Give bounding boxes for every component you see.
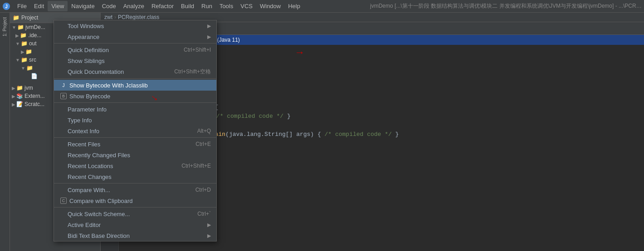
submenu-arrow-bidi-text: ▶ (207, 233, 211, 239)
menu-recent-locations[interactable]: Recent Locations Ctrl+Shift+E (54, 160, 216, 171)
menu-show-bytecode[interactable]: B Show Bytecode (54, 91, 216, 101)
menu-shortcut-quick-switch: Ctrl+` (197, 211, 211, 217)
tree-arrow-idea: ▶ (15, 33, 19, 38)
scratch-icon: 📝 (16, 101, 23, 107)
menu-icon-compare-clipboard: C (59, 198, 68, 204)
menu-shortcut-recent-locations: Ctrl+Shift+E (181, 163, 211, 169)
clipboard-icon: C (60, 198, 67, 204)
menu-shortcut-context-info: Alt+Q (197, 128, 211, 134)
menu-icon-bytecode: B (59, 93, 68, 99)
method-close-10: } (392, 130, 399, 139)
app-logo: J (2, 2, 11, 11)
menu-compare-with[interactable]: Compare With... Ctrl+D (54, 184, 216, 195)
submenu-arrow-appearance: ▶ (207, 34, 211, 40)
menu-file[interactable]: File (14, 1, 30, 11)
menu-sep-1 (54, 43, 216, 43)
menu-label-show-siblings: Show Siblings (68, 58, 211, 64)
sidebar-strip: 1: Project (0, 13, 10, 251)
menu-parameter-info[interactable]: Parameter Info (54, 104, 216, 115)
menu-edit[interactable]: Edit (30, 1, 48, 11)
breadcrumb-file: PCRegister.class (118, 14, 159, 20)
menu-window[interactable]: Window (256, 1, 284, 11)
menu-tool-windows[interactable]: Tool Windows ▶ (54, 20, 216, 31)
menu-label-recent-changes: Recent Changes (68, 174, 211, 180)
menu-label-active-editor: Active Editor (68, 222, 204, 228)
menu-label-quick-documentation: Quick Documentation (68, 68, 165, 75)
menu-shortcut-quick-doc: Ctrl+Shift+空格 (174, 68, 211, 76)
tree-arrow-sub2: ▼ (21, 66, 25, 71)
tree-arrow-src: ▼ (15, 58, 20, 63)
brace-close-8: } (283, 112, 291, 121)
file-icon-sub3: 📄 (31, 73, 38, 79)
menu-label-recent-files: Recent Files (68, 141, 186, 148)
menu-quick-definition[interactable]: Quick Definition Ctrl+Shift+I (54, 44, 216, 55)
view-dropdown-menu: Tool Windows ▶ Appearance ▶ Quick Defini… (54, 20, 217, 241)
menu-active-editor[interactable]: Active Editor ▶ (54, 219, 216, 230)
lib-icon-extern: 📚 (16, 93, 23, 99)
menu-label-tool-windows: Tool Windows (68, 23, 204, 29)
tree-label-scratch: Scratc... (24, 101, 44, 107)
tree-label-idea: .ide... (28, 32, 41, 39)
tree-label-extern: Extern... (24, 93, 45, 99)
tree-arrow-extern: ▶ (12, 94, 15, 99)
window-title: jvmDemo [...\第十一阶段 数据结构算法与调优\模块二 并发编程和系统… (370, 2, 642, 10)
menu-quick-switch[interactable]: Quick Switch Scheme... Ctrl+` (54, 208, 216, 219)
main-area: 1: Project 📁 Project ▼ 📁 jvmDe... ▶ 📁 .i… (0, 13, 644, 251)
tree-label-jvmdemo: jvmDe... (25, 24, 45, 30)
menu-shortcut-quick-definition: Ctrl+Shift+I (184, 47, 211, 53)
folder-icon-out: 📁 (21, 40, 28, 47)
menu-vcs[interactable]: VCS (237, 1, 256, 11)
menu-quick-documentation[interactable]: Quick Documentation Ctrl+Shift+空格 (54, 66, 216, 77)
menu-analyze[interactable]: Analyze (120, 1, 148, 11)
project-header-icon: 📁 (13, 14, 20, 21)
submenu-arrow-tool-windows: ▶ (207, 23, 211, 29)
jclasslib-icon: J (60, 82, 67, 89)
menu-recent-files[interactable]: Recent Files Ctrl+E (54, 139, 216, 150)
menu-sep-5 (54, 183, 216, 183)
sidebar-project-tab[interactable]: 1: Project (2, 14, 7, 39)
menu-sep-4 (54, 137, 216, 138)
comment-compiled-10: /* compiled code */ (325, 130, 392, 139)
menu-sep-6 (54, 207, 216, 208)
menu-tools[interactable]: Tools (216, 1, 237, 11)
menu-recent-changes[interactable]: Recent Changes (54, 171, 216, 182)
menu-appearance[interactable]: Appearance ▶ (54, 31, 216, 42)
menu-shortcut-recent-files: Ctrl+E (195, 141, 211, 147)
breadcrumb-zwt: zwt (104, 14, 112, 20)
menu-type-info[interactable]: Type Info (54, 115, 216, 126)
tree-arrow-out: ▼ (15, 41, 20, 46)
menu-navigate[interactable]: Navigate (68, 1, 98, 11)
menu-label-compare-with: Compare With... (68, 187, 186, 193)
menu-run[interactable]: Run (198, 1, 216, 11)
tree-label-jvm: jvm (24, 85, 33, 91)
menu-label-appearance: Appearance (68, 34, 204, 40)
folder-icon-jvmdemo: 📁 (17, 24, 24, 30)
menu-bidi-text[interactable]: Bidi Text Base Direction ▶ (54, 230, 216, 241)
folder-icon-jvm: 📁 (16, 85, 23, 91)
menu-sep-3 (54, 102, 216, 103)
menu-build[interactable]: Build (177, 1, 198, 11)
menu-shortcut-compare-with: Ctrl+D (195, 187, 211, 193)
menu-code[interactable]: Code (98, 1, 120, 11)
menu-label-show-bytecode-jclasslib: Show Bytecode With Jclasslib (69, 82, 211, 89)
folder-icon-sub2: 📁 (26, 65, 33, 71)
menu-label-type-info: Type Info (68, 117, 211, 124)
bytecode-icon: B (60, 93, 67, 99)
menu-label-parameter-info: Parameter Info (68, 106, 211, 113)
menu-label-show-bytecode: Show Bytecode (69, 93, 211, 100)
menu-help[interactable]: Help (284, 1, 304, 11)
menu-label-compare-clipboard: Compare with Clipboard (69, 198, 211, 204)
menu-compare-clipboard[interactable]: C Compare with Clipboard (54, 195, 216, 206)
menu-recently-changed-files[interactable]: Recently Changed Files (54, 150, 216, 160)
menu-show-bytecode-jclasslib[interactable]: J Show Bytecode With Jclasslib (54, 80, 216, 91)
tree-label-out: out (29, 40, 37, 47)
tree-arrow-jvmdemo: ▼ (12, 25, 16, 30)
menu-view[interactable]: View (48, 1, 68, 11)
menu-show-siblings[interactable]: Show Siblings (54, 55, 216, 66)
menubar: J File Edit View Navigate Code Analyze R… (0, 0, 644, 13)
folder-icon-idea: 📁 (20, 32, 27, 39)
folder-icon-sub1: 📁 (25, 48, 32, 55)
menu-label-recent-locations: Recent Locations (68, 163, 172, 169)
menu-refactor[interactable]: Refactor (148, 1, 177, 11)
menu-context-info[interactable]: Context Info Alt+Q (54, 126, 216, 136)
